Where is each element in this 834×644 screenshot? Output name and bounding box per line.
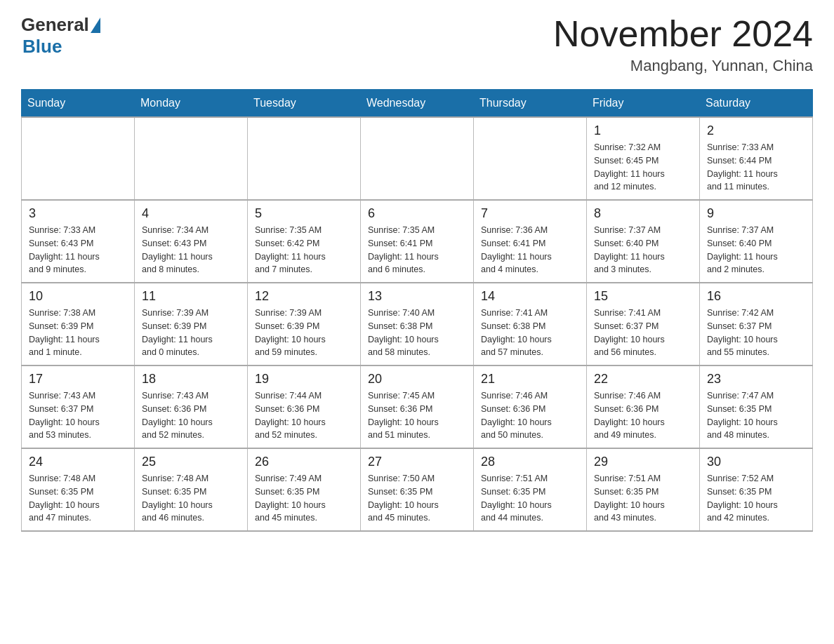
day-info: Sunrise: 7:35 AM Sunset: 6:42 PM Dayligh… (255, 224, 353, 276)
day-number: 4 (142, 206, 240, 221)
day-number: 7 (481, 206, 579, 221)
calendar-week-3: 17Sunrise: 7:43 AM Sunset: 6:37 PM Dayli… (22, 365, 813, 448)
calendar-cell: 11Sunrise: 7:39 AM Sunset: 6:39 PM Dayli… (135, 283, 248, 365)
day-info: Sunrise: 7:36 AM Sunset: 6:41 PM Dayligh… (481, 224, 579, 276)
weekday-header-wednesday: Wednesday (361, 90, 474, 118)
day-info: Sunrise: 7:46 AM Sunset: 6:36 PM Dayligh… (594, 389, 692, 442)
calendar-cell: 6Sunrise: 7:35 AM Sunset: 6:41 PM Daylig… (361, 200, 474, 283)
weekday-header-friday: Friday (587, 90, 700, 118)
calendar-cell: 13Sunrise: 7:40 AM Sunset: 6:38 PM Dayli… (361, 283, 474, 365)
day-number: 10 (29, 289, 127, 304)
day-number: 1 (594, 123, 692, 138)
calendar-cell: 1Sunrise: 7:32 AM Sunset: 6:45 PM Daylig… (587, 117, 700, 200)
day-info: Sunrise: 7:38 AM Sunset: 6:39 PM Dayligh… (29, 307, 127, 359)
calendar-cell: 3Sunrise: 7:33 AM Sunset: 6:43 PM Daylig… (22, 200, 135, 283)
calendar-table: SundayMondayTuesdayWednesdayThursdayFrid… (21, 89, 813, 532)
weekday-header-tuesday: Tuesday (248, 90, 361, 118)
day-info: Sunrise: 7:33 AM Sunset: 6:43 PM Dayligh… (29, 224, 127, 276)
day-info: Sunrise: 7:47 AM Sunset: 6:35 PM Dayligh… (707, 389, 805, 442)
calendar-week-0: 1Sunrise: 7:32 AM Sunset: 6:45 PM Daylig… (22, 117, 813, 200)
day-info: Sunrise: 7:42 AM Sunset: 6:37 PM Dayligh… (707, 307, 805, 359)
day-info: Sunrise: 7:52 AM Sunset: 6:35 PM Dayligh… (707, 472, 805, 525)
calendar-cell: 29Sunrise: 7:51 AM Sunset: 6:35 PM Dayli… (587, 448, 700, 531)
calendar-cell: 7Sunrise: 7:36 AM Sunset: 6:41 PM Daylig… (474, 200, 587, 283)
calendar-cell: 18Sunrise: 7:43 AM Sunset: 6:36 PM Dayli… (135, 365, 248, 448)
calendar-cell: 25Sunrise: 7:48 AM Sunset: 6:35 PM Dayli… (135, 448, 248, 531)
calendar-cell: 5Sunrise: 7:35 AM Sunset: 6:42 PM Daylig… (248, 200, 361, 283)
day-number: 26 (255, 455, 353, 469)
day-number: 16 (707, 289, 805, 304)
day-number: 28 (481, 455, 579, 469)
calendar-cell (474, 117, 587, 200)
location-title: Mangbang, Yunnan, China (553, 57, 813, 75)
calendar-header: SundayMondayTuesdayWednesdayThursdayFrid… (22, 90, 813, 118)
day-number: 23 (707, 372, 805, 387)
day-info: Sunrise: 7:50 AM Sunset: 6:35 PM Dayligh… (368, 472, 466, 525)
calendar-cell: 20Sunrise: 7:45 AM Sunset: 6:36 PM Dayli… (361, 365, 474, 448)
calendar-cell: 27Sunrise: 7:50 AM Sunset: 6:35 PM Dayli… (361, 448, 474, 531)
calendar-cell: 14Sunrise: 7:41 AM Sunset: 6:38 PM Dayli… (474, 283, 587, 365)
day-info: Sunrise: 7:45 AM Sunset: 6:36 PM Dayligh… (368, 389, 466, 442)
day-number: 12 (255, 289, 353, 304)
weekday-header-thursday: Thursday (474, 90, 587, 118)
day-info: Sunrise: 7:32 AM Sunset: 6:45 PM Dayligh… (594, 141, 692, 194)
day-number: 13 (368, 289, 466, 304)
calendar-cell: 4Sunrise: 7:34 AM Sunset: 6:43 PM Daylig… (135, 200, 248, 283)
day-number: 11 (142, 289, 240, 304)
page-header: General Blue November 2024 Mangbang, Yun… (21, 14, 813, 75)
calendar-cell: 22Sunrise: 7:46 AM Sunset: 6:36 PM Dayli… (587, 365, 700, 448)
weekday-header-monday: Monday (135, 90, 248, 118)
weekday-header-sunday: Sunday (22, 90, 135, 118)
calendar-cell: 8Sunrise: 7:37 AM Sunset: 6:40 PM Daylig… (587, 200, 700, 283)
logo-wrapper: General Blue (21, 14, 100, 58)
day-number: 25 (142, 455, 240, 469)
day-info: Sunrise: 7:37 AM Sunset: 6:40 PM Dayligh… (707, 224, 805, 276)
calendar-cell: 10Sunrise: 7:38 AM Sunset: 6:39 PM Dayli… (22, 283, 135, 365)
day-number: 27 (368, 455, 466, 469)
calendar-cell: 17Sunrise: 7:43 AM Sunset: 6:37 PM Dayli… (22, 365, 135, 448)
day-number: 30 (707, 455, 805, 469)
day-number: 3 (29, 206, 127, 221)
day-info: Sunrise: 7:41 AM Sunset: 6:37 PM Dayligh… (594, 307, 692, 359)
calendar-cell (248, 117, 361, 200)
day-info: Sunrise: 7:43 AM Sunset: 6:36 PM Dayligh… (142, 389, 240, 442)
calendar-cell: 9Sunrise: 7:37 AM Sunset: 6:40 PM Daylig… (700, 200, 813, 283)
calendar-cell: 26Sunrise: 7:49 AM Sunset: 6:35 PM Dayli… (248, 448, 361, 531)
weekday-header-row: SundayMondayTuesdayWednesdayThursdayFrid… (22, 90, 813, 118)
day-info: Sunrise: 7:41 AM Sunset: 6:38 PM Dayligh… (481, 307, 579, 359)
calendar-cell: 23Sunrise: 7:47 AM Sunset: 6:35 PM Dayli… (700, 365, 813, 448)
day-info: Sunrise: 7:40 AM Sunset: 6:38 PM Dayligh… (368, 307, 466, 359)
day-number: 9 (707, 206, 805, 221)
day-info: Sunrise: 7:37 AM Sunset: 6:40 PM Dayligh… (594, 224, 692, 276)
calendar-week-4: 24Sunrise: 7:48 AM Sunset: 6:35 PM Dayli… (22, 448, 813, 531)
day-number: 15 (594, 289, 692, 304)
calendar-cell (135, 117, 248, 200)
calendar-cell: 21Sunrise: 7:46 AM Sunset: 6:36 PM Dayli… (474, 365, 587, 448)
day-info: Sunrise: 7:51 AM Sunset: 6:35 PM Dayligh… (594, 472, 692, 525)
logo-general-text: General (21, 14, 89, 36)
day-number: 2 (707, 123, 805, 138)
day-number: 21 (481, 372, 579, 387)
title-section: November 2024 Mangbang, Yunnan, China (553, 14, 813, 75)
day-info: Sunrise: 7:51 AM Sunset: 6:35 PM Dayligh… (481, 472, 579, 525)
day-info: Sunrise: 7:35 AM Sunset: 6:41 PM Dayligh… (368, 224, 466, 276)
calendar-cell: 28Sunrise: 7:51 AM Sunset: 6:35 PM Dayli… (474, 448, 587, 531)
day-number: 20 (368, 372, 466, 387)
day-info: Sunrise: 7:39 AM Sunset: 6:39 PM Dayligh… (142, 307, 240, 359)
day-number: 8 (594, 206, 692, 221)
day-number: 29 (594, 455, 692, 469)
logo-row1: General (21, 14, 100, 36)
day-info: Sunrise: 7:48 AM Sunset: 6:35 PM Dayligh… (29, 472, 127, 525)
calendar-cell: 16Sunrise: 7:42 AM Sunset: 6:37 PM Dayli… (700, 283, 813, 365)
logo-triangle-icon (91, 18, 100, 33)
calendar-cell: 12Sunrise: 7:39 AM Sunset: 6:39 PM Dayli… (248, 283, 361, 365)
calendar-cell: 15Sunrise: 7:41 AM Sunset: 6:37 PM Dayli… (587, 283, 700, 365)
calendar-cell (22, 117, 135, 200)
day-info: Sunrise: 7:33 AM Sunset: 6:44 PM Dayligh… (707, 141, 805, 194)
logo: General Blue (21, 14, 100, 58)
day-number: 24 (29, 455, 127, 469)
day-info: Sunrise: 7:48 AM Sunset: 6:35 PM Dayligh… (142, 472, 240, 525)
day-number: 17 (29, 372, 127, 387)
day-number: 18 (142, 372, 240, 387)
calendar-cell: 30Sunrise: 7:52 AM Sunset: 6:35 PM Dayli… (700, 448, 813, 531)
